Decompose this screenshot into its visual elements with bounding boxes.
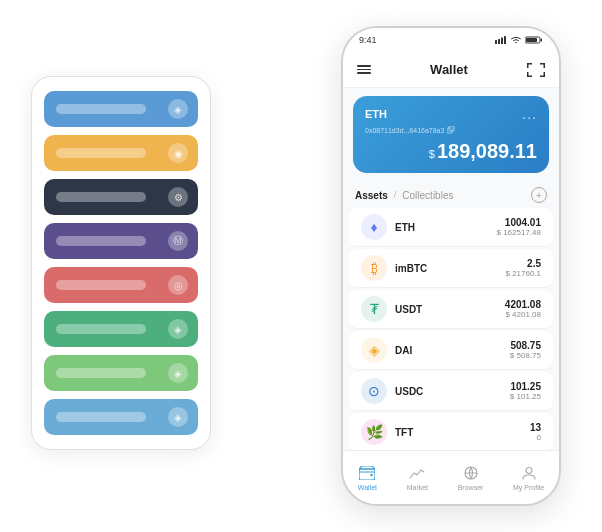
asset-name-usdc: USDC: [395, 386, 510, 397]
asset-amount-main: 13: [530, 422, 541, 433]
phone-title: Wallet: [430, 62, 468, 77]
asset-amount-main: 2.5: [505, 258, 541, 269]
nav-item-browser[interactable]: Browser: [458, 464, 484, 491]
nav-item-my-profile[interactable]: My Profile: [513, 464, 544, 491]
asset-name-imbtc: imBTC: [395, 263, 505, 274]
wifi-icon: [510, 36, 522, 44]
eth-card-menu[interactable]: ...: [522, 106, 537, 122]
asset-item[interactable]: ⊙ USDC 101.25 $ 101.25: [349, 372, 553, 411]
nav-item-market[interactable]: Market: [407, 464, 428, 491]
asset-item[interactable]: ₿ imBTC 2.5 $ 21760.1: [349, 249, 553, 288]
asset-name-dai: DAI: [395, 345, 510, 356]
status-time: 9:41: [359, 35, 377, 45]
card-label-5: [56, 280, 146, 290]
phone-header: Wallet: [343, 52, 559, 88]
asset-item[interactable]: ♦ ETH 1004.01 $ 162517.48: [349, 208, 553, 247]
svg-rect-3: [504, 36, 506, 44]
asset-list: ♦ ETH 1004.01 $ 162517.48 ₿ imBTC 2.5 $ …: [343, 207, 559, 450]
card-label-4: [56, 236, 146, 246]
phone-content: ETH ... 0x08711d3d...8416a78a3 $189,089.…: [343, 88, 559, 450]
card-icon-7: ◈: [168, 363, 188, 383]
card-item-4[interactable]: Ⓜ: [44, 223, 198, 259]
asset-amounts-dai: 508.75 $ 508.75: [510, 340, 541, 360]
assets-tabs: Assets / Collectibles: [355, 190, 453, 201]
asset-name-eth: ETH: [395, 222, 497, 233]
card-icon-8: ◈: [168, 407, 188, 427]
asset-name-usdt: USDT: [395, 304, 505, 315]
svg-rect-8: [449, 126, 454, 131]
card-label-6: [56, 324, 146, 334]
asset-icon-usdc: ⊙: [361, 378, 387, 404]
svg-rect-1: [498, 39, 500, 44]
card-icon-2: ◉: [168, 143, 188, 163]
card-label-2: [56, 148, 146, 158]
asset-amount-usd: $ 101.25: [510, 392, 541, 401]
signal-icon: [495, 36, 507, 44]
card-item-2[interactable]: ◉: [44, 135, 198, 171]
asset-amounts-tft: 13 0: [530, 422, 541, 442]
tab-assets[interactable]: Assets: [355, 190, 388, 201]
card-item-1[interactable]: ◈: [44, 91, 198, 127]
asset-amount-usd: $ 4201.08: [505, 310, 541, 319]
asset-icon-imbtc: ₿: [361, 255, 387, 281]
nav-item-wallet[interactable]: Wallet: [358, 464, 377, 491]
asset-icon-dai: ◈: [361, 337, 387, 363]
asset-item[interactable]: 🌿 TFT 13 0: [349, 413, 553, 450]
svg-point-13: [526, 468, 532, 474]
add-asset-button[interactable]: +: [531, 187, 547, 203]
nav-icon-wallet: [358, 464, 376, 482]
nav-label-wallet: Wallet: [358, 484, 377, 491]
asset-amount-usd: $ 162517.48: [497, 228, 542, 237]
asset-icon-tft: 🌿: [361, 419, 387, 445]
card-label-7: [56, 368, 146, 378]
nav-icon-browser: [462, 464, 480, 482]
card-icon-4: Ⓜ: [168, 231, 188, 251]
asset-amount-main: 4201.08: [505, 299, 541, 310]
asset-amount-usd: $ 508.75: [510, 351, 541, 360]
card-stack: ◈ ◉ ⚙ Ⓜ ◎ ◈ ◈ ◈: [31, 76, 211, 450]
bottom-nav: Wallet Market Browser My Profile: [343, 450, 559, 504]
svg-point-10: [371, 474, 373, 476]
nav-label-browser: Browser: [458, 484, 484, 491]
svg-rect-2: [501, 38, 503, 45]
asset-amount-main: 101.25: [510, 381, 541, 392]
card-label-3: [56, 192, 146, 202]
scene: ◈ ◉ ⚙ Ⓜ ◎ ◈ ◈ ◈: [21, 16, 581, 516]
eth-card-header: ETH ...: [365, 106, 537, 122]
nav-icon-market: [408, 464, 426, 482]
card-icon-5: ◎: [168, 275, 188, 295]
phone-frame: 9:41: [341, 26, 561, 506]
asset-amounts-eth: 1004.01 $ 162517.48: [497, 217, 542, 237]
asset-amount-usd: $ 21760.1: [505, 269, 541, 278]
asset-amounts-imbtc: 2.5 $ 21760.1: [505, 258, 541, 278]
assets-header: Assets / Collectibles +: [343, 181, 559, 207]
svg-rect-0: [495, 40, 497, 44]
asset-icon-usdt: ₮: [361, 296, 387, 322]
expand-icon[interactable]: [527, 63, 545, 77]
card-item-3[interactable]: ⚙: [44, 179, 198, 215]
hamburger-icon[interactable]: [357, 65, 371, 74]
eth-card-name: ETH: [365, 108, 387, 120]
copy-icon[interactable]: [447, 126, 455, 134]
card-item-6[interactable]: ◈: [44, 311, 198, 347]
card-icon-6: ◈: [168, 319, 188, 339]
card-label-8: [56, 412, 146, 422]
status-icons: [495, 36, 543, 44]
eth-card-balance: $189,089.11: [365, 140, 537, 163]
card-icon-1: ◈: [168, 99, 188, 119]
svg-rect-9: [359, 469, 375, 480]
nav-icon-my profile: [520, 464, 538, 482]
nav-label-my profile: My Profile: [513, 484, 544, 491]
asset-item[interactable]: ◈ DAI 508.75 $ 508.75: [349, 331, 553, 370]
asset-item[interactable]: ₮ USDT 4201.08 $ 4201.08: [349, 290, 553, 329]
asset-amounts-usdc: 101.25 $ 101.25: [510, 381, 541, 401]
eth-card[interactable]: ETH ... 0x08711d3d...8416a78a3 $189,089.…: [353, 96, 549, 173]
card-item-5[interactable]: ◎: [44, 267, 198, 303]
svg-rect-5: [541, 39, 543, 42]
card-item-8[interactable]: ◈: [44, 399, 198, 435]
tab-divider: /: [394, 190, 397, 200]
tab-collectibles[interactable]: Collectibles: [402, 190, 453, 201]
asset-amount-usd: 0: [530, 433, 541, 442]
asset-icon-eth: ♦: [361, 214, 387, 240]
card-item-7[interactable]: ◈: [44, 355, 198, 391]
